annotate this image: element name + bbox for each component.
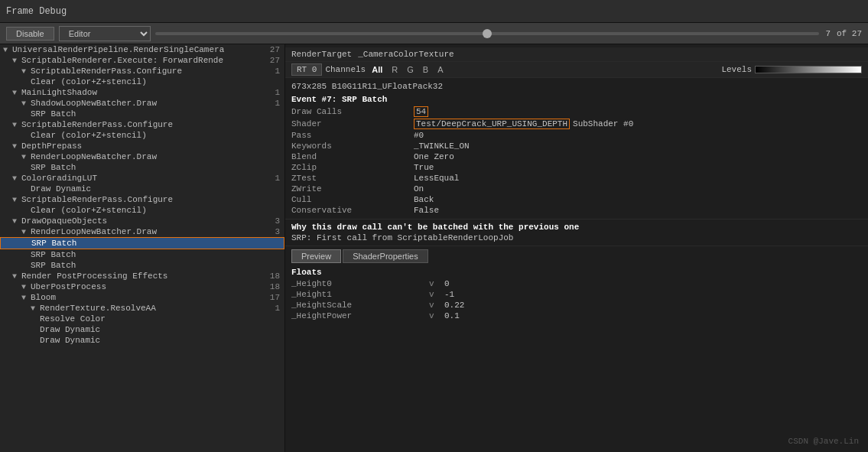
info-row: CullBack [291, 194, 862, 205]
tree-item[interactable]: ▼RenderLoopNewBatcher.Draw [0, 151, 284, 162]
tree-item[interactable]: Draw Dynamic [0, 324, 284, 335]
tree-item[interactable]: ▼ScriptableRenderPass.Configure [0, 119, 284, 130]
tree-label: Resolve Color [40, 314, 284, 324]
main-layout: ▼UniversalRenderPipeline.RenderSingleCam… [0, 44, 868, 452]
tree-arrow: ▼ [21, 283, 29, 291]
right-panel: RenderTarget _CameraColorTexture RT 0 Ch… [285, 44, 868, 452]
float-v: v [429, 279, 444, 288]
tree-item[interactable]: ▼UberPostProcess18 [0, 281, 284, 292]
tree-label: Bloom [31, 293, 269, 302]
tree-item[interactable]: ▼ScriptableRenderPass.Configure1 [0, 66, 284, 76]
tree-item[interactable]: ▼RenderLoopNewBatcher.Draw3 [0, 226, 284, 237]
levels-label: Levels [721, 65, 752, 74]
tree-count: 3 [269, 216, 284, 226]
batch-reason-text: SRP: First call from ScriptableRenderLoo… [291, 233, 862, 242]
rendertarget-value: _CameraColorTexture [358, 50, 454, 59]
frame-slider-track[interactable] [155, 32, 820, 35]
tab-shader-properties[interactable]: ShaderProperties [343, 249, 428, 263]
tree-item[interactable]: SRP Batch [0, 260, 284, 271]
tree-item[interactable]: ▼ScriptableRenderPass.Configure [0, 194, 284, 205]
tree-item[interactable]: ▼MainLightShadow1 [0, 87, 284, 98]
tree-label: RenderLoopNewBatcher.Draw [31, 227, 269, 236]
tree-item[interactable]: ▼Render PostProcessing Effects18 [0, 271, 284, 281]
tree-item[interactable]: ▼ColorGradingLUT1 [0, 173, 284, 184]
tree-item[interactable]: SRP Batch [0, 249, 284, 260]
info-key: ZClip [291, 163, 414, 172]
editor-dropdown[interactable]: Editor [59, 26, 151, 41]
float-row: _Height0v0 [291, 278, 862, 289]
frame-slider-thumb[interactable] [483, 29, 492, 38]
slider-current: 7 [825, 29, 831, 38]
float-val: 0 [444, 279, 450, 288]
frame-slider-container: 7 of 27 [155, 29, 862, 38]
channels-bar: RT 0 Channels All R G B A Levels [285, 62, 868, 78]
channel-a-button[interactable]: A [434, 64, 446, 75]
resolution-row: 673x285 B10G11R11_UFloatPack32 [291, 81, 862, 92]
tree-arrow: ▼ [12, 89, 20, 97]
tree-item[interactable]: ▼RenderTexture.ResolveAA1 [0, 303, 284, 314]
tree-arrow: ▼ [21, 99, 29, 108]
tree-arrow: ▼ [12, 196, 20, 204]
info-row: ZWriteOn [291, 184, 862, 194]
info-val: One Zero [414, 152, 454, 161]
tree-label: Clear (color+Z+stencil) [31, 131, 284, 140]
tree-arrow: ▼ [12, 217, 20, 226]
floats-section: Floats _Height0v0_Height1v-1_HeightScale… [285, 266, 868, 323]
tree-arrow: ▼ [21, 153, 29, 161]
channel-all-button[interactable]: All [369, 64, 385, 75]
tree-item[interactable]: SRP Batch [0, 109, 284, 119]
tree-item[interactable]: Clear (color+Z+stencil) [0, 205, 284, 216]
tree-item[interactable]: SRP Batch [0, 237, 284, 249]
levels-track[interactable] [755, 66, 862, 73]
float-v: v [429, 311, 444, 320]
float-row: _HeightScalev0.22 [291, 300, 862, 311]
tree-label: SRP Batch [31, 109, 284, 119]
info-val: LessEqual [414, 174, 459, 183]
tree-item[interactable]: Clear (color+Z+stencil) [0, 76, 284, 87]
tab-preview[interactable]: Preview [291, 249, 341, 263]
float-name: _Height1 [291, 290, 429, 299]
tree-arrow: ▼ [12, 121, 20, 129]
channels-label: Channels [325, 65, 366, 74]
tree-item[interactable]: SRP Batch [0, 162, 284, 173]
slider-max: of 27 [837, 29, 862, 38]
tree-item[interactable]: Draw Dynamic [0, 184, 284, 194]
tree-label: SRP Batch [31, 250, 284, 259]
tree-count: 1 [269, 67, 284, 76]
float-row: _Height1v-1 [291, 289, 862, 300]
watermark: CSDN @Jave.Lin [788, 437, 859, 446]
tree-item[interactable]: ▼Bloom17 [0, 292, 284, 303]
tree-item[interactable]: ▼DrawOpaqueObjects3 [0, 216, 284, 226]
tree-label: MainLightShadow [21, 88, 269, 97]
tree-item[interactable]: Resolve Color [0, 314, 284, 324]
info-val: _TWINKLE_ON [414, 141, 470, 151]
info-key: Shader [291, 119, 414, 128]
tree-item[interactable]: Draw Dynamic [0, 335, 284, 346]
info-val-highlight: 54 [414, 106, 428, 117]
tree-item[interactable]: ▼ShadowLoopNewBatcher.Draw1 [0, 98, 284, 109]
tree-label: ScriptableRenderPass.Configure [31, 67, 269, 76]
rendertarget-label: RenderTarget [291, 50, 352, 59]
channel-b-button[interactable]: B [420, 64, 431, 75]
info-section: 673x285 B10G11R11_UFloatPack32 Event #7:… [285, 78, 868, 219]
channel-r-button[interactable]: R [388, 64, 401, 75]
tree-container: ▼UniversalRenderPipeline.RenderSingleCam… [0, 44, 284, 346]
rt-box[interactable]: RT 0 [291, 63, 322, 76]
float-name: _Height0 [291, 279, 429, 288]
info-key: Draw Calls [291, 107, 414, 116]
top-bar: Frame Debug [0, 0, 868, 23]
info-row: BlendOne Zero [291, 151, 862, 162]
float-val: 0.22 [444, 301, 464, 310]
tree-item[interactable]: ▼UniversalRenderPipeline.RenderSingleCam… [0, 44, 284, 55]
disable-button[interactable]: Disable [6, 27, 54, 41]
tree-label: ScriptableRenderPass.Configure [21, 120, 284, 129]
info-val: Back [414, 195, 434, 204]
left-panel[interactable]: ▼UniversalRenderPipeline.RenderSingleCam… [0, 44, 285, 452]
channel-g-button[interactable]: G [404, 64, 417, 75]
tree-item[interactable]: ▼DepthPrepass [0, 141, 284, 151]
tree-label: SRP Batch [31, 261, 284, 270]
tree-item[interactable]: Clear (color+Z+stencil) [0, 130, 284, 141]
tree-label: RenderTexture.ResolveAA [40, 304, 269, 313]
resolution-value: 673x285 B10G11R11_UFloatPack32 [291, 82, 443, 91]
tree-item[interactable]: ▼ScriptableRenderer.Execute: ForwardRend… [0, 55, 284, 66]
